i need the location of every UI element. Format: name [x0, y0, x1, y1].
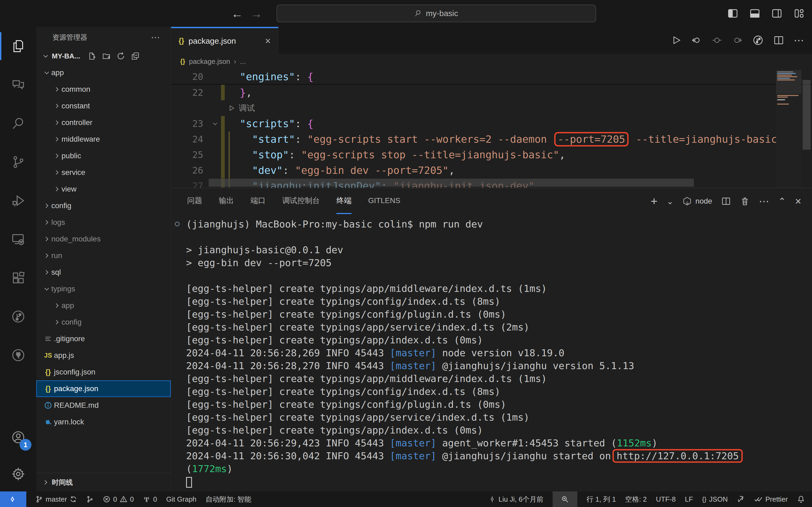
collapse-folders-icon[interactable] — [131, 52, 140, 60]
slash-icon[interactable] — [737, 495, 745, 503]
tree-folder-typings[interactable]: typings — [36, 281, 171, 297]
gitlens-activity-button[interactable] — [0, 297, 36, 336]
toggle-sidebar-icon[interactable] — [727, 8, 739, 19]
horizontal-scrollbar[interactable] — [209, 179, 694, 187]
change-dot-icon[interactable] — [712, 35, 722, 46]
source-control-button[interactable] — [0, 143, 36, 181]
blame-status[interactable]: Liu Ji, 6个月前 — [489, 495, 544, 504]
settings-button[interactable] — [0, 457, 36, 492]
tree-folder-app[interactable]: app — [36, 297, 171, 314]
encoding-status[interactable]: UTF-8 — [656, 495, 676, 504]
tree-folder-node-modules[interactable]: node_modules — [36, 231, 171, 247]
tree-file-jsconfig-json[interactable]: {}jsconfig.json — [36, 364, 171, 380]
code-line-24[interactable]: 24 "start": "egg-scripts start --workers… — [171, 131, 812, 147]
command-center-search[interactable]: my-basic — [276, 5, 596, 22]
chat-button[interactable] — [0, 65, 36, 104]
tree-folder-config[interactable]: config — [36, 198, 171, 214]
timeline-section[interactable]: 时间线 — [36, 473, 171, 492]
command-decoration-icon[interactable] — [175, 222, 180, 226]
problems-status[interactable]: 0 0 — [103, 495, 134, 504]
indentation-status[interactable]: 空格: 2 — [625, 495, 647, 504]
next-change-icon[interactable] — [732, 35, 743, 46]
panel-more-icon[interactable]: ⋯ — [759, 195, 769, 207]
panel-tab-问题[interactable]: 问题 — [187, 188, 202, 214]
panel-tab-输出[interactable]: 输出 — [219, 188, 234, 214]
customize-layout-icon[interactable] — [793, 8, 805, 19]
terminal-output[interactable]: (jianghujs) MacBook-Pro:my-basic colin$ … — [186, 218, 804, 489]
nav-forward-icon[interactable]: → — [250, 7, 263, 20]
gitlens-icon[interactable] — [752, 35, 764, 46]
tree-folder-logs[interactable]: logs — [36, 214, 171, 231]
tab-close-icon[interactable]: × — [265, 36, 271, 47]
terminal-process-item[interactable]: node — [682, 196, 712, 206]
code-line-26[interactable]: 26 "dev": "egg-bin dev --port=7205", — [171, 163, 812, 178]
formatter-status[interactable]: Prettier — [754, 495, 788, 504]
fold-chevron-icon[interactable] — [212, 116, 218, 131]
tree-folder-service[interactable]: service — [36, 164, 171, 181]
explorer-section-header[interactable]: MY-BA... — [36, 48, 171, 64]
tree-folder-controller[interactable]: controller — [36, 114, 171, 131]
code-line-23[interactable]: 23 "scripts": { — [171, 116, 812, 131]
panel-tab-调试控制台[interactable]: 调试控制台 — [282, 188, 320, 214]
auto-attach-status[interactable]: 自动附加: 智能 — [206, 495, 251, 504]
git-graph-status-icon[interactable] — [86, 496, 94, 503]
tree-file-readme-md[interactable]: README.md — [36, 397, 171, 414]
github-button[interactable] — [0, 336, 36, 375]
run-icon[interactable] — [671, 35, 681, 45]
extensions-button[interactable] — [0, 259, 36, 297]
split-editor-icon[interactable] — [773, 35, 784, 46]
tree-folder-sql[interactable]: sql — [36, 264, 171, 281]
cursor-position[interactable]: 行 1, 列 1 — [587, 495, 616, 504]
split-terminal-icon[interactable] — [721, 196, 731, 206]
terminal-dropdown-icon[interactable]: ⌄ — [667, 196, 673, 206]
close-panel-icon[interactable]: × — [795, 195, 801, 207]
refresh-icon[interactable] — [116, 52, 125, 60]
code-line-20[interactable]: 20 "engines": { — [171, 69, 812, 85]
tree-folder-config[interactable]: config — [36, 314, 171, 331]
run-debug-button[interactable] — [0, 181, 36, 220]
minimap[interactable] — [776, 69, 802, 188]
codelens-debug[interactable]: 调试 — [171, 103, 255, 114]
nav-back-icon[interactable]: ← — [231, 7, 244, 20]
git-graph-button[interactable]: Git Graph — [166, 495, 197, 504]
ports-status[interactable]: 0 — [143, 495, 157, 504]
tree-file-package-json[interactable]: {}package.json — [36, 380, 171, 397]
explorer-more-icon[interactable]: ⋯ — [151, 32, 160, 43]
tab-package-json[interactable]: {} package.json × — [171, 27, 278, 54]
new-terminal-icon[interactable]: + — [651, 194, 658, 208]
breadcrumb-more[interactable]: ... — [240, 57, 246, 66]
panel-tab-终端[interactable]: 终端 — [337, 188, 352, 214]
breadcrumb[interactable]: {} package.json › ... — [171, 54, 812, 69]
search-button[interactable] — [0, 104, 36, 143]
code-line-25[interactable]: 25 "stop": "egg-scripts stop --title=jia… — [171, 147, 812, 163]
panel-tab-GITLENS[interactable]: GITLENS — [368, 188, 400, 214]
editor-more-icon[interactable]: ⋯ — [794, 34, 804, 46]
tree-folder-run[interactable]: run — [36, 247, 171, 264]
panel-tab-端口[interactable]: 端口 — [251, 188, 265, 214]
explorer-button[interactable] — [0, 27, 36, 65]
eol-status[interactable]: LF — [685, 495, 693, 504]
tree-folder-app[interactable]: app — [36, 64, 171, 81]
breadcrumb-file[interactable]: package.json — [189, 57, 230, 66]
code-editor[interactable]: 20 "engines": {22 },调试23 "scripts": {24 … — [171, 69, 812, 188]
new-folder-icon[interactable] — [102, 52, 111, 60]
toggle-panel-icon[interactable] — [749, 8, 760, 19]
kill-terminal-icon[interactable] — [740, 196, 750, 206]
tree-folder-middleware[interactable]: middleware — [36, 131, 171, 148]
accounts-button[interactable]: 1 — [0, 418, 36, 457]
maximize-panel-icon[interactable]: ⌃ — [778, 196, 786, 207]
tree-folder-constant[interactable]: constant — [36, 98, 171, 114]
tree-file-app-js[interactable]: JSapp.js — [36, 347, 171, 364]
new-file-icon[interactable] — [88, 52, 96, 60]
codelens-row[interactable]: 调试 — [171, 100, 812, 116]
prev-change-icon[interactable] — [691, 35, 702, 46]
tree-folder-common[interactable]: common — [36, 81, 171, 98]
zoom-button[interactable] — [553, 492, 577, 507]
tree-folder-public[interactable]: public — [36, 148, 171, 164]
remote-indicator[interactable] — [0, 492, 26, 507]
branch-status[interactable]: master — [36, 495, 77, 504]
remote-explorer-button[interactable] — [0, 220, 36, 259]
toggle-secondary-sidebar-icon[interactable] — [771, 8, 782, 19]
tree-file-yarn-lock[interactable]: yarn.lock — [36, 414, 171, 430]
notifications-bell-icon[interactable] — [797, 495, 805, 503]
